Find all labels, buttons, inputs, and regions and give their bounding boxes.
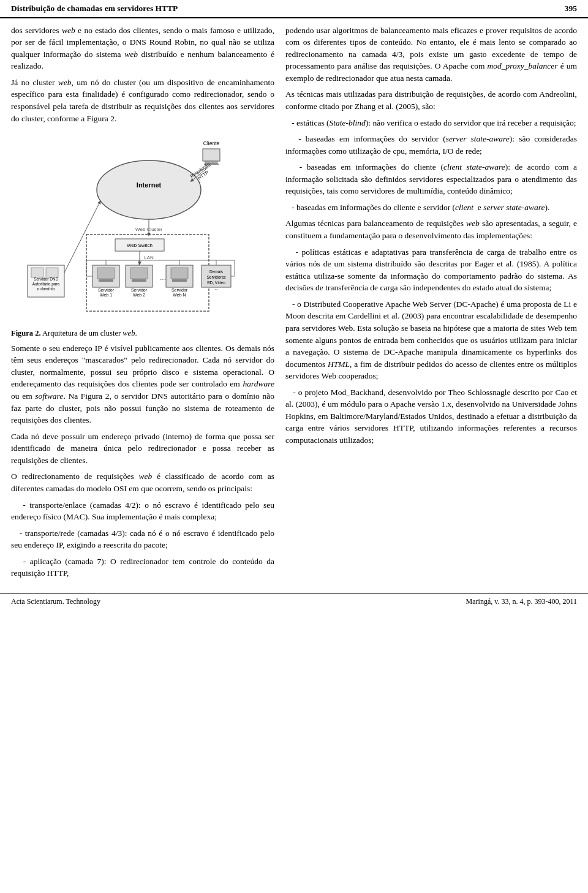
svg-rect-3	[203, 149, 220, 161]
figure-caption-label: Figura 2.	[11, 329, 41, 337]
page: Distribuição de chamadas em servidores H…	[0, 0, 588, 893]
right-para-5: - baseadas em informações do cliente (cl…	[285, 161, 577, 197]
right-para-4: - baseadas em informações do servidor (s…	[285, 133, 577, 157]
svg-text:Demais: Demais	[209, 269, 224, 274]
left-para-6: - transporte/enlace (camadas 4/2): o nó …	[11, 499, 274, 523]
right-para-9: - o Distributed Cooperative Apache Web S…	[285, 298, 577, 382]
right-column: podendo usar algoritmos de balanceamento…	[285, 24, 577, 584]
svg-rect-19	[99, 279, 113, 282]
header-page: 395	[565, 2, 577, 15]
svg-text:Web Cluster: Web Cluster	[135, 227, 162, 232]
svg-text:Cliente: Cliente	[203, 140, 220, 146]
right-para-2: As técnicas mais utilizadas para distrib…	[285, 88, 577, 112]
left-para-4: Cada nó deve possuir um endereço privado…	[11, 431, 274, 467]
footer-right: Maringá, v. 33, n. 4, p. 393-400, 2011	[466, 597, 577, 607]
svg-rect-30	[172, 279, 187, 282]
svg-text:Web 1: Web 1	[100, 293, 112, 297]
svg-text:LAN: LAN	[144, 255, 154, 260]
svg-text:Web N: Web N	[173, 293, 186, 297]
left-para-1: dos servidores web e no estado dos clien…	[11, 24, 274, 72]
svg-rect-24	[132, 279, 146, 282]
svg-rect-29	[171, 268, 188, 279]
svg-rect-49	[46, 268, 58, 277]
svg-text:Servidores: Servidores	[206, 275, 226, 279]
left-para-3: Somente o seu endereço IP é visível publ…	[11, 342, 274, 426]
right-para-8: - políticas estáticas e adaptativas para…	[285, 246, 577, 294]
right-para-1: podendo usar algoritmos de balanceamento…	[285, 24, 577, 85]
svg-text:...: ...	[214, 286, 218, 290]
svg-text:Internet: Internet	[137, 181, 162, 189]
svg-text:Web Switch: Web Switch	[127, 243, 153, 248]
svg-text:Servidor DNS: Servidor DNS	[34, 277, 58, 281]
svg-rect-48	[31, 268, 43, 277]
left-para-7: - transporte/rede (camadas 4/3): cada nó…	[11, 527, 274, 551]
left-para-5: O redirecionamento de requisições web é …	[11, 470, 274, 494]
svg-text:BD, Vídeo: BD, Vídeo	[207, 281, 225, 285]
svg-rect-23	[130, 268, 148, 279]
svg-rect-18	[97, 268, 115, 279]
header-title: Distribuição de chamadas em servidores H…	[11, 2, 178, 15]
svg-text:Servidor: Servidor	[131, 288, 148, 292]
svg-text:Servidor: Servidor	[172, 288, 188, 292]
svg-text:Autoritário para: Autoritário para	[32, 282, 60, 287]
left-para-8: - aplicação (camada 7): O redirecionador…	[11, 556, 274, 579]
footer-left: Acta Scientiarum. Technology	[11, 597, 100, 607]
svg-text:Servidor: Servidor	[98, 288, 115, 292]
svg-text:Web 2: Web 2	[133, 293, 145, 297]
right-para-6: - baseadas em informações do cliente e s…	[285, 202, 577, 214]
svg-point-1	[97, 160, 201, 219]
figure-caption: Figura 2. Arquitetura de um cluster web.	[11, 328, 274, 339]
left-para-2: Já no cluster web, um nó do cluster (ou …	[11, 77, 274, 124]
svg-text:o domínio: o domínio	[37, 287, 55, 291]
footer-bar: Acta Scientiarum. Technology Maringá, v.…	[0, 593, 588, 609]
right-para-3: - estáticas (State-blind): não verifica …	[285, 117, 577, 129]
left-column: dos servidores web e no estado dos clien…	[11, 24, 274, 584]
two-column-layout: dos servidores web e no estado dos clien…	[0, 24, 588, 584]
right-para-7: Algumas técnicas para balanceamento de r…	[285, 217, 577, 241]
header-bar: Distribuição de chamadas em servidores H…	[0, 0, 588, 18]
figure-2-container: Internet Cliente Requisição HTTP	[11, 132, 274, 339]
svg-text:...: ...	[160, 273, 166, 282]
figure-caption-text: Arquitetura de um cluster web.	[42, 329, 137, 337]
figure-2-diagram: Internet Cliente Requisição HTTP	[20, 132, 265, 322]
right-para-10: - o projeto Mod_Backhand, desenvolvido p…	[285, 386, 577, 446]
